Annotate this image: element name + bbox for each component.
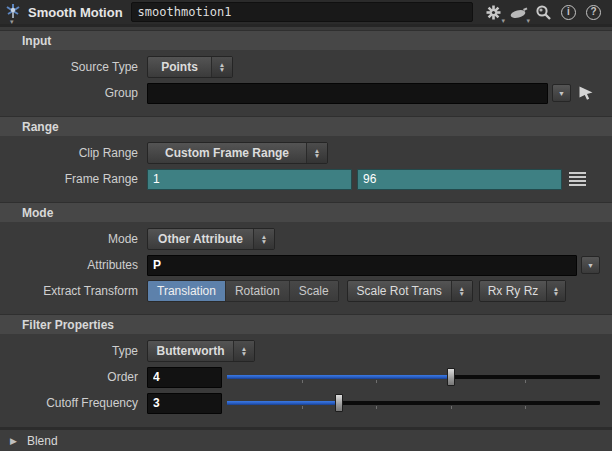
help-icon: ?: [586, 5, 601, 20]
section-header-range: Range: [0, 116, 612, 136]
cutoff-frequency-row: Cutoff Frequency: [0, 392, 600, 414]
filter-type-dropdown[interactable]: Butterworth ▲▼: [147, 340, 255, 362]
filter-type-row: Type Butterworth ▲▼: [0, 340, 600, 362]
titlebar: ▾ Smooth Motion ▾: [0, 0, 612, 27]
frame-range-menu-icon[interactable]: [569, 172, 586, 187]
dropdown-arrows-icon: ▲▼: [211, 57, 232, 77]
select-arrow-icon: [578, 85, 594, 101]
rotation-order-value: Rx Ry Rz: [480, 281, 547, 301]
chevron-down-icon: ▼: [558, 90, 565, 97]
order-label: Order: [0, 370, 147, 384]
mode-dropdown[interactable]: Other Attribute ▲▼: [147, 228, 275, 250]
cutoff-frequency-label: Cutoff Frequency: [0, 396, 147, 410]
clip-range-row: Clip Range Custom Frame Range ▲▼: [0, 142, 600, 164]
scoop-tool-button[interactable]: ▾: [506, 1, 531, 23]
frame-start-input[interactable]: [147, 169, 352, 190]
node-type-label: Smooth Motion: [28, 5, 123, 20]
info-button[interactable]: i: [556, 1, 581, 23]
mode-label: Mode: [0, 232, 147, 246]
scoop-tool-caret: ▾: [526, 18, 530, 24]
clip-range-dropdown[interactable]: Custom Frame Range ▲▼: [147, 142, 328, 164]
dropdown-arrows-icon: ▲▼: [253, 229, 274, 249]
node-name-input[interactable]: [131, 2, 473, 22]
mode-value: Other Attribute: [148, 229, 253, 249]
group-label: Group: [0, 86, 147, 100]
order-slider[interactable]: [227, 368, 600, 386]
node-icon-caret: ▾: [10, 19, 14, 25]
gear-menu-button[interactable]: ▾: [481, 1, 506, 23]
scoop-icon: [509, 5, 528, 20]
filter-type-value: Butterworth: [148, 341, 233, 361]
dropdown-arrows-icon: ▲▼: [546, 281, 564, 301]
group-input[interactable]: [147, 83, 548, 104]
rotation-order-dropdown[interactable]: Rx Ry Rz ▲▼: [479, 280, 566, 302]
source-type-dropdown[interactable]: Points ▲▼: [147, 56, 233, 78]
group-row: Group ▼: [0, 82, 600, 104]
dropdown-arrows-icon: ▲▼: [306, 143, 327, 163]
segment-scale[interactable]: Scale: [290, 281, 338, 301]
attributes-label: Attributes: [0, 258, 147, 272]
parameter-panel: ▾ Smooth Motion ▾: [0, 0, 612, 451]
group-select-button[interactable]: [578, 85, 594, 101]
attributes-row: Attributes ▼: [0, 254, 600, 276]
extract-transform-label: Extract Transform: [0, 284, 147, 298]
dropdown-arrows-icon: ▲▼: [233, 341, 254, 361]
segment-translation[interactable]: Translation: [148, 281, 226, 301]
filter-type-label: Type: [0, 344, 147, 358]
attributes-dropdown-button[interactable]: ▼: [581, 256, 600, 274]
slider-handle[interactable]: [335, 394, 343, 412]
extract-transform-row: Extract Transform Translation Rotation S…: [0, 280, 600, 302]
dropdown-arrows-icon: ▲▼: [451, 281, 472, 301]
attributes-input[interactable]: [147, 255, 577, 276]
order-input[interactable]: [147, 367, 222, 388]
slider-fill: [227, 375, 451, 379]
section-header-filter-properties: Filter Properties: [0, 314, 612, 334]
gear-icon: [485, 4, 502, 21]
segment-rotation[interactable]: Rotation: [226, 281, 290, 301]
section-header-mode: Mode: [0, 202, 612, 222]
order-row: Order: [0, 366, 600, 388]
chevron-down-icon: ▼: [587, 262, 594, 269]
components-value: Scale Rot Trans: [348, 281, 451, 301]
titlebar-actions: ▾ ▾ i ?: [481, 1, 606, 23]
extract-transform-segments: Translation Rotation Scale: [147, 280, 339, 302]
group-dropdown-button[interactable]: ▼: [552, 84, 571, 102]
clip-range-label: Clip Range: [0, 146, 147, 160]
gear-menu-caret: ▾: [501, 18, 505, 24]
source-type-row: Source Type Points ▲▼: [0, 56, 600, 78]
cutoff-frequency-slider[interactable]: [227, 394, 600, 412]
frame-range-label: Frame Range: [0, 172, 147, 186]
info-icon: i: [561, 5, 576, 20]
help-button[interactable]: ?: [581, 1, 606, 23]
slider-handle[interactable]: [447, 368, 455, 386]
search-icon: [535, 4, 552, 21]
components-dropdown[interactable]: Scale Rot Trans ▲▼: [347, 280, 473, 302]
source-type-label: Source Type: [0, 60, 147, 74]
slider-fill: [227, 401, 339, 405]
search-button[interactable]: [531, 1, 556, 23]
blend-section-toggle[interactable]: ▶ Blend: [0, 427, 612, 451]
section-header-input: Input: [0, 30, 612, 50]
mode-row: Mode Other Attribute ▲▼: [0, 228, 600, 250]
frame-range-row: Frame Range: [0, 168, 600, 190]
clip-range-value: Custom Frame Range: [148, 143, 306, 163]
collapsed-arrow-icon: ▶: [10, 436, 17, 446]
source-type-value: Points: [148, 57, 211, 77]
node-type-icon[interactable]: ▾: [4, 2, 24, 22]
blend-section-label: Blend: [27, 434, 58, 448]
cutoff-frequency-input[interactable]: [147, 393, 222, 414]
frame-end-input[interactable]: [357, 169, 562, 190]
